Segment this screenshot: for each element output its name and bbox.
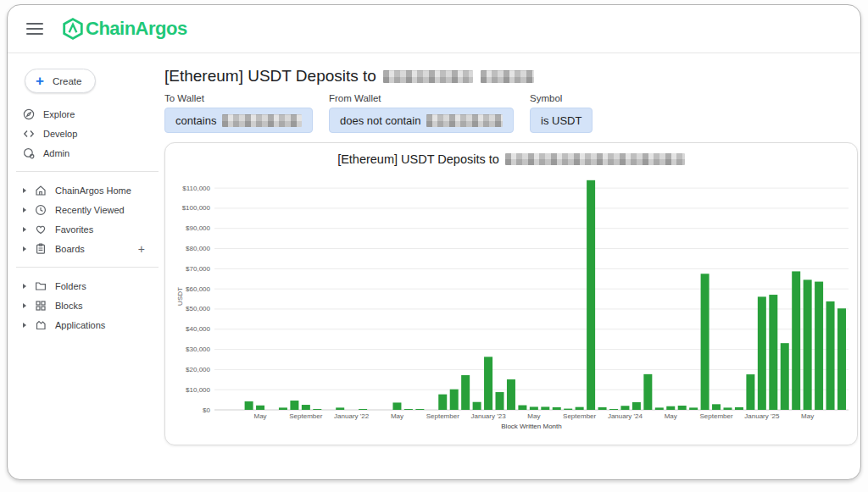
plus-icon: + xyxy=(36,74,44,88)
redacted-title-block xyxy=(383,70,473,83)
chart-title: [Ethereum] USDT Deposits to xyxy=(165,152,857,166)
bar-2024-02 xyxy=(632,402,641,410)
bar-2024-07 xyxy=(689,407,698,410)
svg-text:$60,000: $60,000 xyxy=(186,285,210,293)
chainargos-logo[interactable]: ChainArgos xyxy=(62,18,187,40)
sidebar-item-admin[interactable]: Admin xyxy=(8,143,159,163)
bar-2025-01 xyxy=(758,296,766,410)
sidebar-divider xyxy=(16,267,159,268)
page-title-text: [Ethereum] USDT Deposits to xyxy=(164,67,376,86)
logo-text: ChainArgos xyxy=(86,18,187,40)
clock-icon xyxy=(35,204,47,216)
filter-chip-text: contains xyxy=(175,114,216,127)
sidebar-item-boards[interactable]: Boards + xyxy=(8,239,159,258)
chevron-right-icon[interactable] xyxy=(23,227,26,232)
chevron-right-icon[interactable] xyxy=(23,303,26,308)
sidebar-item-label: Boards xyxy=(55,244,85,254)
sidebar-item-label: Recently Viewed xyxy=(55,205,125,215)
redacted-title-block xyxy=(481,70,534,83)
bar-2023-04 xyxy=(518,406,526,410)
chevron-right-icon[interactable] xyxy=(23,188,26,193)
bar-2021-04 xyxy=(245,401,253,410)
blocks-grid-icon xyxy=(35,300,47,312)
sidebar-item-label: Develop xyxy=(43,129,77,139)
bar-2023-03 xyxy=(507,379,515,410)
admin-gear-icon xyxy=(23,147,35,159)
add-board-icon[interactable]: + xyxy=(138,242,145,256)
sidebar-item-recently-viewed[interactable]: Recently Viewed xyxy=(8,200,159,219)
bar-2025-07 xyxy=(826,301,835,410)
app-window: ChainArgos + Create Explore xyxy=(7,4,861,480)
bar-2024-11 xyxy=(735,407,743,410)
sidebar-item-label: Explore xyxy=(43,109,75,119)
sidebar-item-label: Favorites xyxy=(55,224,93,235)
clipboard-icon xyxy=(35,243,47,255)
bar-2022-07 xyxy=(415,409,424,410)
svg-text:$40,000: $40,000 xyxy=(186,325,210,333)
sidebar-item-applications[interactable]: Applications xyxy=(8,315,159,334)
chainargos-logo-icon xyxy=(62,18,84,40)
from-wallet-filter-chip[interactable]: does not contain xyxy=(329,108,514,133)
bar-2025-03 xyxy=(781,343,789,410)
filter-from-wallet: From Wallet does not contain xyxy=(329,93,514,133)
bar-2022-10 xyxy=(450,390,459,410)
svg-text:$90,000: $90,000 xyxy=(186,224,210,232)
create-button[interactable]: + Create xyxy=(25,69,96,93)
bar-2023-11 xyxy=(598,407,607,410)
sidebar-item-label: Admin xyxy=(43,148,70,158)
sidebar-item-develop[interactable]: Develop xyxy=(8,124,159,143)
bar-2021-05 xyxy=(256,406,264,410)
bar-2022-06 xyxy=(404,409,413,410)
bar-2021-10 xyxy=(313,409,321,410)
bar-2023-12 xyxy=(609,409,618,410)
to-wallet-filter-chip[interactable]: contains xyxy=(164,108,313,133)
compass-icon xyxy=(23,108,35,120)
chevron-right-icon[interactable] xyxy=(23,246,26,252)
page-title: [Ethereum] USDT Deposits to xyxy=(164,67,858,86)
sidebar-item-chainargos-home[interactable]: ChainArgos Home xyxy=(8,180,159,200)
svg-text:January '24: January '24 xyxy=(608,412,643,420)
bar-2025-04 xyxy=(792,271,800,410)
sidebar-item-explore[interactable]: Explore xyxy=(8,104,159,124)
chevron-right-icon[interactable] xyxy=(23,207,26,213)
svg-text:$20,000: $20,000 xyxy=(186,366,210,373)
svg-text:May: May xyxy=(665,412,677,420)
svg-text:May: May xyxy=(253,412,266,420)
chart-card: $0$10,000$20,000$30,000$40,000$50,000$60… xyxy=(164,142,858,445)
svg-text:January '25: January '25 xyxy=(744,412,780,420)
deposits-bar-chart[interactable]: $0$10,000$20,000$30,000$40,000$50,000$60… xyxy=(165,143,857,445)
svg-text:May: May xyxy=(801,412,814,420)
filter-label: To Wallet xyxy=(164,93,313,103)
applications-icon xyxy=(35,319,47,331)
svg-text:$0: $0 xyxy=(203,406,210,414)
menu-icon[interactable] xyxy=(26,23,43,35)
bar-2021-08 xyxy=(290,401,298,410)
sidebar-item-folders[interactable]: Folders xyxy=(8,276,159,296)
sidebar-item-blocks[interactable]: Blocks xyxy=(8,296,159,315)
bar-2025-08 xyxy=(837,308,846,410)
bar-2024-01 xyxy=(620,406,629,410)
bar-2022-02 xyxy=(359,409,367,410)
svg-text:$80,000: $80,000 xyxy=(186,245,210,252)
svg-text:September: September xyxy=(426,412,459,420)
symbol-filter-chip[interactable]: is USDT xyxy=(530,108,593,133)
bar-2025-02 xyxy=(769,295,777,410)
bar-2022-05 xyxy=(392,402,401,410)
filter-chip-text: does not contain xyxy=(340,114,420,127)
svg-text:$10,000: $10,000 xyxy=(186,386,210,394)
sidebar: + Create Explore Develop xyxy=(8,53,159,479)
bar-2022-09 xyxy=(438,395,447,410)
svg-text:$110,000: $110,000 xyxy=(182,185,210,192)
bar-2024-05 xyxy=(666,406,675,410)
sidebar-item-favorites[interactable]: Favorites xyxy=(8,219,159,239)
chevron-right-icon[interactable] xyxy=(23,284,26,289)
bar-2023-01 xyxy=(484,357,492,410)
bar-2024-08 xyxy=(701,274,709,410)
filter-label: From Wallet xyxy=(329,93,514,103)
svg-text:Block Written Month: Block Written Month xyxy=(501,423,561,430)
bar-2025-05 xyxy=(804,279,812,410)
chevron-right-icon[interactable] xyxy=(23,323,26,328)
main-content: [Ethereum] USDT Deposits to To Wallet co… xyxy=(159,53,861,479)
svg-text:USDT: USDT xyxy=(176,287,184,306)
bar-2024-12 xyxy=(746,374,754,410)
